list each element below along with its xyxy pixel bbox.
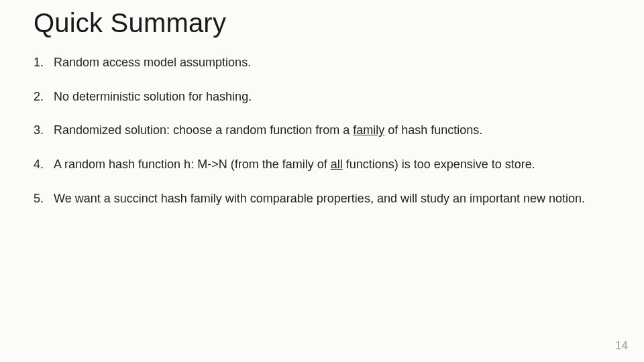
item-text: We want a succinct hash family with comp… [54, 192, 610, 206]
item-number: 4. [34, 158, 54, 172]
page-number: 14 [615, 339, 628, 353]
list-item: 5. We want a succinct hash family with c… [34, 192, 610, 206]
list-item: 3. Randomized solution: choose a random … [34, 123, 610, 137]
list-item: 1. Random access model assumptions. [34, 56, 610, 70]
summary-list: 1. Random access model assumptions. 2. N… [34, 56, 610, 205]
item-number: 3. [34, 123, 54, 137]
item-text: A random hash function h: M->N (from the… [54, 158, 610, 172]
slide: Quick Summary 1. Random access model ass… [0, 0, 644, 362]
list-item: 4. A random hash function h: M->N (from … [34, 158, 610, 172]
slide-title: Quick Summary [34, 8, 610, 38]
item-text-pre: Randomized solution: choose a random fun… [54, 123, 353, 137]
item-number: 2. [34, 90, 54, 104]
item-number: 1. [34, 56, 54, 70]
item-text: No deterministic solution for hashing. [54, 90, 610, 104]
item-text-post: functions) is too expensive to store. [343, 158, 535, 171]
list-item: 2. No deterministic solution for hashing… [34, 90, 610, 104]
item-text: Randomized solution: choose a random fun… [54, 123, 610, 137]
item-text-underline: family [353, 123, 384, 137]
item-text-post: of hash functions. [384, 123, 482, 137]
item-text-underline: all [331, 158, 343, 171]
item-text: Random access model assumptions. [54, 56, 610, 70]
item-number: 5. [34, 192, 54, 206]
item-text-pre: A random hash function h: M->N (from the… [54, 158, 331, 171]
